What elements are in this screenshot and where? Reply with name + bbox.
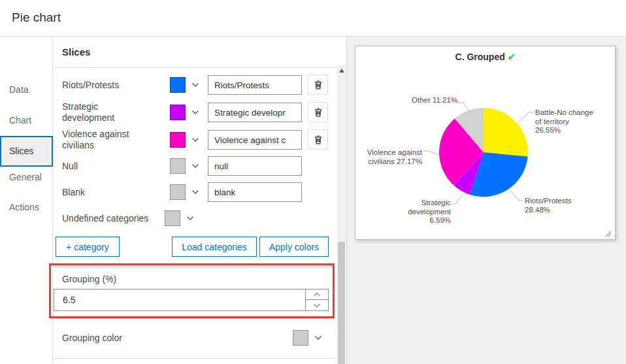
- page-title: Pie chart: [12, 10, 61, 25]
- color-swatch[interactable]: [170, 184, 186, 200]
- grouping-color-swatch[interactable]: [293, 330, 308, 346]
- chart-preview-card[interactable]: C. Grouped✔ Other 11.21% Battle-No chang…: [355, 46, 616, 240]
- sidebar-item-slices-label: Slices: [9, 146, 33, 156]
- sidebar-item-slices[interactable]: Slices: [0, 136, 53, 167]
- window-header: Pie chart: [0, 0, 626, 37]
- trash-icon: [314, 107, 323, 117]
- sidebar: Data Chart Slices General Actions: [0, 37, 53, 364]
- panel-divider: [54, 67, 347, 68]
- category-label: Undefined categories: [62, 213, 176, 224]
- category-label: Null: [62, 161, 167, 172]
- section-divider: [54, 358, 335, 359]
- scroll-shadow: [54, 265, 335, 269]
- scrollbar-up-button[interactable]: [339, 69, 344, 73]
- pie-slices-group: [439, 108, 528, 197]
- color-swatch[interactable]: [170, 105, 186, 120]
- scrollbar-thumb[interactable]: [338, 242, 345, 364]
- load-categories-button[interactable]: Load categories: [172, 237, 257, 257]
- category-name-input[interactable]: [208, 156, 302, 176]
- chevron-down-icon[interactable]: [191, 163, 199, 169]
- category-label: Strategic development: [62, 101, 147, 124]
- chevron-down-icon[interactable]: [314, 335, 322, 340]
- stepper-up-button[interactable]: [306, 290, 328, 300]
- trash-icon: [314, 80, 323, 90]
- sidebar-item-actions[interactable]: Actions: [9, 202, 39, 212]
- sidebar-item-general[interactable]: General: [9, 172, 42, 182]
- category-label: Riots/Protests: [62, 80, 167, 91]
- delete-category-button[interactable]: [308, 129, 328, 150]
- color-swatch[interactable]: [165, 210, 180, 226]
- grouping-label: Grouping (%): [62, 274, 116, 284]
- delete-category-button[interactable]: [308, 74, 328, 95]
- chevron-up-icon: [313, 292, 321, 297]
- add-category-button[interactable]: + category: [56, 237, 120, 257]
- color-swatch[interactable]: [170, 132, 186, 148]
- chevron-down-icon[interactable]: [191, 110, 199, 115]
- delete-category-button[interactable]: [308, 102, 328, 122]
- grouping-color-label: Grouping color: [62, 333, 122, 343]
- pie-chart-config-window: Pie chart Data Chart Slices General Acti…: [0, 0, 626, 364]
- pie-slice-0: [484, 108, 528, 157]
- chevron-down-icon[interactable]: [191, 137, 199, 142]
- sidebar-item-chart[interactable]: Chart: [9, 115, 31, 125]
- stepper-down-button[interactable]: [306, 300, 328, 310]
- category-name-input[interactable]: [208, 103, 302, 122]
- sidebar-item-data[interactable]: Data: [9, 84, 29, 95]
- pie-label-other: Other 11.21%: [412, 96, 457, 105]
- panel-title: Slices: [62, 46, 90, 58]
- grouping-stepper: [305, 289, 329, 311]
- apply-colors-button[interactable]: Apply colors: [259, 237, 329, 257]
- category-label: Blank: [62, 187, 167, 198]
- chevron-down-icon[interactable]: [191, 82, 199, 88]
- chevron-down-icon: [313, 303, 321, 308]
- category-name-input[interactable]: [208, 182, 302, 202]
- color-swatch[interactable]: [170, 77, 186, 93]
- pie-label-strategic: Strategic development 6.59%: [392, 199, 451, 225]
- category-label: Violence against civilians: [62, 129, 147, 151]
- trash-icon: [314, 135, 323, 144]
- category-name-input[interactable]: [208, 75, 302, 95]
- pie-label-riots: Riots/Protests 28.48%: [525, 197, 572, 214]
- resize-handle-icon: [606, 231, 611, 237]
- slices-panel: Slices Riots/Protests Strategic developm…: [54, 37, 347, 364]
- pie-label-battle: Battle-No change of territory 26.55%: [535, 108, 593, 135]
- color-swatch[interactable]: [170, 158, 186, 174]
- chevron-down-icon[interactable]: [191, 190, 199, 195]
- category-name-input[interactable]: [208, 130, 302, 150]
- pie-label-violence: Violence against civilians 27.17%: [359, 148, 422, 166]
- grouping-percent-input[interactable]: [54, 289, 306, 311]
- chevron-down-icon[interactable]: [186, 216, 194, 221]
